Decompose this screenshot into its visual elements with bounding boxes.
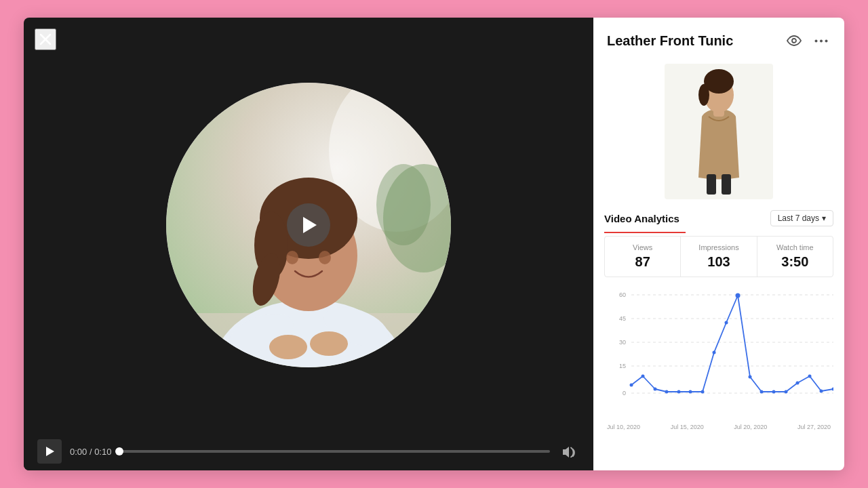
svg-point-12 [310,331,348,356]
svg-point-44 [665,390,669,394]
svg-point-57 [820,390,823,393]
x-axis-labels: Jul 10, 2020 Jul 15, 2020 Jul 20, 2020 J… [604,424,833,430]
analytics-title: Video Analytics [604,213,679,224]
watch-time-value: 3:50 [763,254,827,270]
svg-point-52 [760,390,764,394]
analytics-underline [604,232,686,233]
svg-point-46 [689,390,692,394]
x-label-2: Jul 15, 2020 [671,424,704,430]
svg-point-54 [785,390,788,394]
views-value: 87 [610,254,675,270]
product-image [665,64,773,199]
main-container: 0:00 / 0:10 Leather Front Tunic [24,18,844,470]
svg-point-55 [796,382,800,385]
x-label-1: Jul 10, 2020 [607,424,640,430]
svg-point-45 [677,390,681,394]
svg-point-58 [832,388,834,391]
play-icon [303,217,317,233]
more-options-button[interactable] [812,31,831,50]
svg-point-21 [815,39,818,42]
svg-text:45: 45 [619,315,626,322]
svg-rect-29 [707,174,716,195]
svg-text:0: 0 [623,390,626,396]
close-button[interactable] [35,28,56,50]
impressions-label: Impressions [686,243,751,251]
views-stat: Views 87 [605,237,681,277]
video-panel: 0:00 / 0:10 [24,18,593,470]
svg-point-20 [792,39,796,43]
date-filter-dropdown[interactable]: Last 7 days ▾ [770,210,833,226]
progress-bar[interactable] [119,450,550,453]
svg-point-51 [749,375,752,379]
impressions-value: 103 [686,254,751,270]
play-icon-ctrl [46,447,54,456]
svg-point-43 [654,388,657,391]
stats-row: Views 87 Impressions 103 Watch time 3:50 [604,236,833,277]
svg-rect-30 [722,174,731,195]
analytics-header: Video Analytics Last 7 days ▾ [604,210,833,226]
x-label-3: Jul 20, 2020 [734,424,767,430]
watch-time-stat: Watch time 3:50 [757,237,833,277]
date-filter-arrow: ▾ [822,214,826,223]
x-label-4: Jul 27, 2020 [797,424,831,430]
video-controls: 0:00 / 0:10 [24,432,593,470]
svg-point-47 [701,390,705,394]
svg-point-23 [825,39,828,42]
video-circle [166,83,451,367]
time-display: 0:00 / 0:10 [70,447,111,457]
volume-button[interactable] [558,441,580,462]
play-button-center[interactable] [287,203,330,247]
date-filter-label: Last 7 days [778,214,819,223]
analytics-section: Video Analytics Last 7 days ▾ Views 87 I… [593,210,844,470]
svg-point-56 [808,375,812,378]
analytics-chart: 60 45 30 15 0 [604,288,833,424]
svg-point-22 [820,39,823,42]
right-panel: Leather Front Tunic [593,18,844,470]
video-area [24,18,593,432]
header-actions [785,31,831,50]
play-pause-button[interactable] [37,439,62,464]
svg-text:30: 30 [619,339,626,346]
svg-text:15: 15 [619,363,626,369]
chart-container: 60 45 30 15 0 [604,283,833,432]
svg-point-17 [286,251,298,264]
svg-text:60: 60 [619,291,626,298]
svg-point-6 [376,164,431,245]
svg-point-50 [736,293,741,298]
views-label: Views [610,243,675,251]
svg-point-53 [772,390,776,394]
svg-point-48 [713,351,716,354]
product-image-container [593,58,844,210]
watch-time-label: Watch time [763,243,827,251]
right-header: Leather Front Tunic [593,18,844,58]
svg-point-11 [269,335,307,359]
product-title: Leather Front Tunic [607,33,733,49]
svg-point-42 [642,375,645,378]
progress-handle[interactable] [115,447,123,455]
svg-point-28 [698,84,709,106]
svg-point-41 [630,384,633,387]
svg-point-18 [319,251,331,264]
eye-button[interactable] [785,31,804,50]
impressions-stat: Impressions 103 [681,237,757,277]
svg-point-49 [725,321,728,325]
